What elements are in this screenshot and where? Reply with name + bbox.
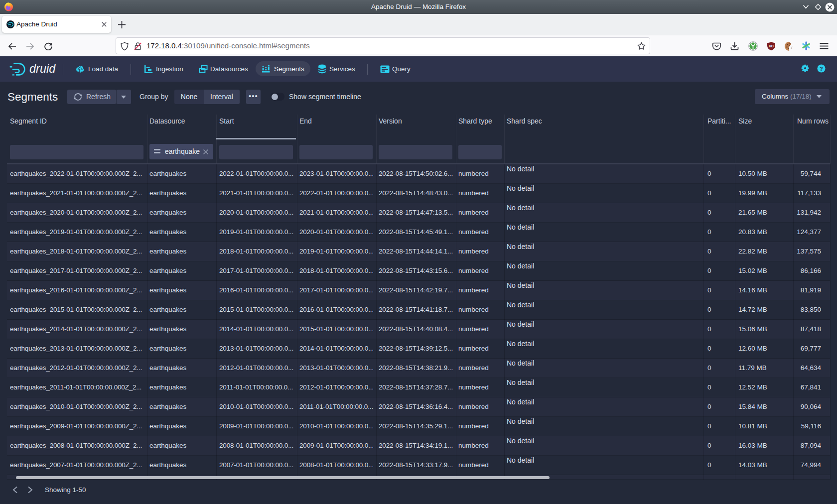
- svg-text:UO: UO: [769, 44, 774, 48]
- svg-text:?: ?: [820, 66, 823, 72]
